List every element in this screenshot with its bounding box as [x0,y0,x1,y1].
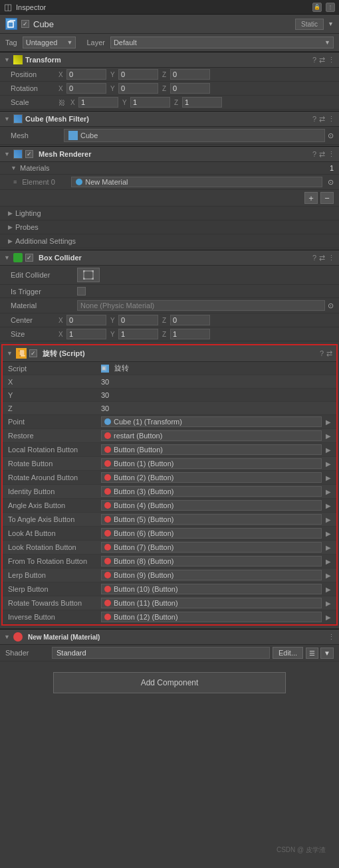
mesh-renderer-checkbox[interactable] [25,150,33,158]
object-name[interactable]: Cube [33,19,291,29]
add-component-button[interactable]: Add Component [53,672,286,693]
tag-dropdown[interactable]: Untagged ▼ [23,37,76,48]
renderer-title: New Material (Material) [28,634,325,641]
script-toggle[interactable]: ▼ [7,350,13,357]
transform-title: Transform [25,56,310,64]
rotation-y-input[interactable] [118,83,158,94]
box-collider-help-btn[interactable]: ? [312,254,316,262]
position-z-axis: Z [162,71,169,78]
static-button[interactable]: Static [295,19,324,30]
material-0-text: New Material [85,178,128,186]
mesh-filter-help-btn[interactable]: ? [312,115,316,123]
shader-list-btn[interactable]: ☰ [306,648,318,659]
script-row-label: Look At Button [8,529,101,537]
layer-label: Layer [86,39,105,46]
row-arrow: ▶ [326,488,331,495]
layer-dropdown[interactable]: Default ▼ [110,37,334,48]
position-z-input[interactable] [170,69,210,80]
probes-sub-header[interactable]: ▶ Probes [0,220,339,234]
static-dropdown-arrow[interactable]: ▼ [328,21,334,27]
materials-toggle[interactable]: ▼ [11,165,17,171]
additional-sub-header[interactable]: ▶ Additional Settings [0,234,339,248]
mesh-renderer-settings-btn[interactable]: ⇄ [319,150,325,159]
script-row: Y30 [3,389,336,402]
scale-row: Scale ⛓ X Y Z [0,96,339,110]
position-x-axis: X [58,71,65,78]
obj-ref-box: Button (Button) [101,444,322,455]
scale-y-input[interactable] [130,97,170,108]
center-x-axis: X [58,317,65,324]
script-row-label: Local Rotation Button [8,446,101,454]
transform-settings-btn[interactable]: ⇄ [319,56,325,64]
script-row-label: Point [8,418,101,426]
collider-material-select-btn[interactable]: ⊙ [328,302,334,310]
mesh-filter-settings-btn[interactable]: ⇄ [319,115,325,124]
size-y-input[interactable] [118,329,158,339]
box-collider-title: Box Collider [39,254,310,262]
size-x-input[interactable] [66,329,106,339]
mesh-renderer-actions: ? ⇄ ⋮ [312,150,335,159]
transform-menu-btn[interactable]: ⋮ [328,56,335,64]
menu-icon[interactable]: ⋮ [326,3,335,12]
mesh-filter-toggle[interactable]: ▼ [4,116,11,122]
center-z-input[interactable] [170,315,210,325]
mesh-filter-icon [13,114,23,124]
script-plain-value: 30 [101,404,331,412]
obj-ref-text: Button (1) (Button) [114,460,174,468]
shader-edit-btn[interactable]: Edit... [273,647,303,659]
renderer-menu-btn[interactable]: ⋮ [328,633,335,642]
box-collider-settings-btn[interactable]: ⇄ [319,254,325,262]
mesh-renderer-toggle[interactable]: ▼ [4,151,11,157]
row-arrow: ▶ [326,586,331,593]
script-row: X30 [3,375,336,389]
scale-z-input[interactable] [182,97,222,108]
rotation-x-axis: X [58,85,65,92]
script-row: Lerp ButtonButton (9) (Button)▶ [3,568,336,582]
row-arrow: ▶ [326,614,331,621]
lock-icon[interactable]: 🔒 [312,3,322,12]
material-0-select-btn[interactable]: ⊙ [328,178,334,187]
lighting-sub-header[interactable]: ▶ Lighting [0,207,339,220]
script-active-checkbox[interactable] [29,349,37,357]
obj-ref-text: Button (5) (Button) [114,515,174,523]
script-settings-btn[interactable]: ⇄ [326,349,332,358]
position-x-input[interactable] [66,69,106,80]
remove-material-btn[interactable]: − [320,192,334,204]
mesh-select-btn[interactable]: ⊙ [328,131,334,140]
mesh-value: Cube [64,129,325,142]
object-active-checkbox[interactable] [21,20,29,28]
mesh-filter-menu-btn[interactable]: ⋮ [328,115,335,124]
position-y-input[interactable] [118,69,158,80]
scale-x-input[interactable] [78,97,118,108]
edit-collider-button[interactable] [77,268,100,282]
obj-ref-box: Button (1) (Button) [101,458,322,469]
is-trigger-checkbox[interactable] [77,287,86,296]
row-arrow: ▶ [326,418,331,426]
mesh-renderer-help-btn[interactable]: ? [312,150,316,158]
center-x-input[interactable] [66,315,106,325]
transform-toggle[interactable]: ▼ [4,56,11,63]
rotation-z-input[interactable] [170,83,210,94]
add-material-btn[interactable]: + [304,192,318,204]
transform-help-btn[interactable]: ? [312,56,316,64]
shader-dropdown-btn[interactable]: ▼ [320,648,334,659]
size-z-input[interactable] [170,329,210,339]
renderer-toggle[interactable]: ▼ [4,634,11,640]
script-row: Local Rotation ButtonButton (Button)▶ [3,443,336,457]
rotation-x-input[interactable] [66,83,106,94]
obj-ref-box: restart (Button) [101,430,322,441]
shader-dropdown[interactable]: Standard [52,647,270,659]
svg-point-4 [83,278,85,280]
box-collider-checkbox[interactable] [25,254,33,262]
mesh-renderer-title: Mesh Renderer [39,150,310,158]
mesh-renderer-menu-btn[interactable]: ⋮ [328,150,335,159]
element-0-label: Element 0 [22,178,68,186]
scale-lock-icon[interactable]: ⛓ [58,99,65,106]
box-collider-toggle[interactable]: ▼ [4,254,11,261]
collider-center-row: Center X Y Z [0,313,339,327]
center-y-input[interactable] [118,315,158,325]
box-collider-icon [13,253,23,262]
script-help-btn[interactable]: ? [320,349,324,357]
box-collider-menu-btn[interactable]: ⋮ [328,254,335,262]
button-icon-dot [104,530,111,537]
